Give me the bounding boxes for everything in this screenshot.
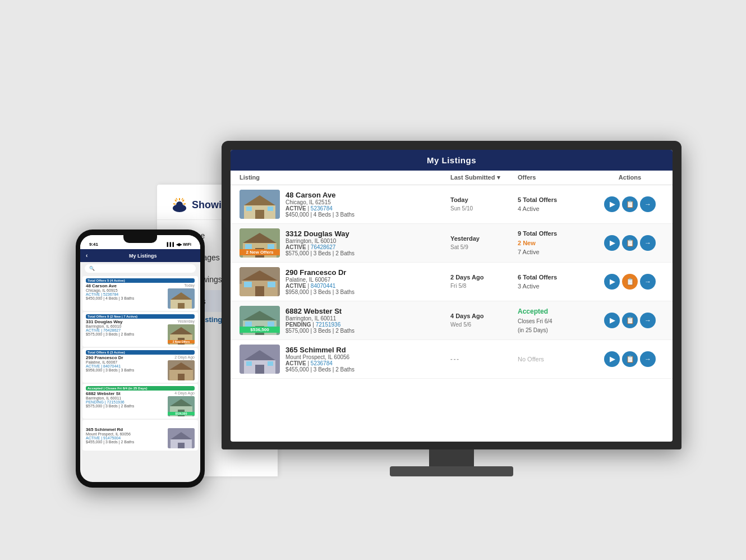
last-submitted-value: TodaySun 5/10 — [450, 196, 518, 213]
phone-city: Palatine, IL 60067 — [86, 360, 165, 364]
listing-text: 290 Francesco Dr Palatine, IL 60067 ACTI… — [285, 268, 354, 295]
arrow-button[interactable]: → — [640, 274, 656, 290]
phone-search-bar: 🔍 — [85, 264, 196, 273]
arrow-button[interactable]: → — [640, 235, 656, 251]
listing-info: 290 Francesco Dr Palatine, IL 60067 ACTI… — [240, 267, 450, 296]
phone-screen-title: My Listings — [91, 253, 195, 259]
phone-address: 48 Carson Ave — [86, 283, 165, 288]
monitor-stand-base — [390, 466, 513, 476]
list-item[interactable]: Total Offers 6 (3 Active) 290 Francesco … — [82, 348, 198, 383]
action-buttons: ▶ 📋 → — [596, 274, 664, 290]
play-button[interactable]: ▶ — [604, 274, 620, 290]
last-submitted-value: 4 Days AgoWed 5/6 — [450, 312, 518, 329]
listing-city: Barrington, IL 60011 — [285, 315, 354, 322]
svg-rect-19 — [245, 244, 252, 249]
col-header-last-submitted[interactable]: Last Submitted ▾ — [450, 174, 518, 181]
search-icon: 🔍 — [89, 266, 95, 271]
svg-rect-24 — [255, 286, 264, 296]
listing-text: 48 Carson Ave Chicago, IL 62515 ACTIVE |… — [285, 191, 354, 218]
scene: ShowingTime ⊞ Home > ✉ Messages > — [65, 50, 681, 510]
svg-rect-33 — [268, 322, 274, 327]
listing-text: 365 Schimmel Rd Mount Prospect, IL 60056… — [285, 346, 354, 373]
listing-status-line: ACTIVE | 84070441 — [285, 283, 354, 289]
listing-info: 365 Schimmel Rd Mount Prospect, IL 60056… — [240, 345, 450, 374]
offers-value: No Offers — [518, 355, 596, 364]
listing-thumbnail — [240, 267, 280, 296]
phone-price: $575,000 | 3 Beds | 2 Baths — [86, 404, 165, 408]
listing-text: 3312 Douglas Way Barrington, IL 60010 AC… — [285, 229, 354, 256]
clipboard-button[interactable]: 📋 — [622, 235, 638, 251]
listing-info: 48 Carson Ave Chicago, IL 62515 ACTIVE |… — [240, 190, 450, 219]
svg-rect-37 — [255, 365, 264, 374]
svg-line-5 — [175, 200, 177, 201]
svg-rect-12 — [255, 210, 264, 219]
svg-rect-32 — [245, 322, 252, 327]
phone-item-info: 331 Douglas Way Barrington, IL 60010 ACT… — [86, 319, 165, 336]
list-item[interactable]: Total Offers 9 (2 New | 7 Active) 331 Do… — [82, 312, 198, 347]
listing-info: 2 New Offers 3312 Douglas Way Barrington… — [240, 228, 450, 258]
table-row: 2 New Offers 3312 Douglas Way Barrington… — [231, 224, 673, 263]
listing-status-line: PENDING | 72151936 — [285, 322, 354, 328]
offers-value: 5 Total Offers 4 Active — [518, 195, 596, 214]
listing-text: 6882 Webster St Barrington, IL 60011 PEN… — [285, 307, 354, 334]
offers-value: Accepted Closes Fri 6/4 (in 25 Days) — [518, 306, 596, 335]
svg-rect-14 — [268, 206, 273, 211]
listing-address: 3312 Douglas Way — [285, 229, 354, 238]
phone-mls: ACTIVE | 84070441 — [86, 364, 165, 368]
svg-rect-43 — [178, 303, 185, 309]
listing-price-beds: $455,000 | 3 Beds | 2 Baths — [285, 366, 354, 373]
offers-value: 9 Total Offers 2 New 7 Active — [518, 229, 596, 257]
phone-item-info: 290 Francesco Dr Palatine, IL 60067 ACTI… — [86, 355, 165, 372]
svg-rect-20 — [268, 244, 274, 249]
phone-city: Chicago, IL 60915 — [86, 288, 165, 292]
arrow-button[interactable]: → — [640, 351, 656, 367]
phone-time: 9:41 — [89, 242, 98, 247]
phone-item-thumbnail — [168, 360, 195, 380]
phone-back-button[interactable]: ‹ — [86, 253, 88, 259]
phone-city: Mount Prospect, IL 60056 — [86, 432, 165, 436]
phone-address: 365 Schimmel Rd — [86, 427, 165, 432]
clipboard-button[interactable]: 📋 — [622, 351, 638, 367]
action-buttons: ▶ 📋 → — [596, 196, 664, 212]
play-button[interactable]: ▶ — [604, 235, 620, 251]
play-button[interactable]: ▶ — [604, 313, 620, 328]
svg-rect-27 — [240, 284, 244, 296]
phone-item-thumbnail: $536,500 — [168, 396, 195, 416]
col-header-offers: Offers — [518, 174, 596, 181]
svg-line-7 — [176, 198, 177, 200]
svg-rect-59 — [178, 443, 185, 448]
svg-point-1 — [176, 201, 183, 208]
play-button[interactable]: ▶ — [604, 196, 620, 212]
listing-info: $536,500 6882 Webster St Barrington, IL … — [240, 306, 450, 335]
phone-mls: ACTIVE | 5236784 — [86, 292, 165, 296]
table-row: $536,500 6882 Webster St Barrington, IL … — [231, 301, 673, 340]
phone-screen: 9:41 ▌▌▌ ◀▶ WiFi ‹ My Listings 🔍 — [80, 235, 200, 482]
house-image — [240, 345, 280, 374]
logo-icon — [168, 196, 191, 214]
list-item[interactable]: Total Offers 5 (4 Active) 48 Carson Ave … — [82, 276, 198, 311]
phone-price: $575,000 | 3 Beds | 2 Baths — [86, 332, 165, 336]
arrow-button[interactable]: → — [640, 196, 656, 212]
phone-bezel: 9:41 ▌▌▌ ◀▶ WiFi ‹ My Listings 🔍 — [76, 229, 205, 488]
monitor-bezel: My Listings Listing Last Submitted ▾ Off… — [222, 141, 681, 449]
clipboard-button[interactable]: 📋 — [622, 274, 638, 290]
monitor-stand-neck — [429, 449, 474, 466]
listing-price-beds: $575,000 | 3 Beds | 2 Baths — [285, 250, 354, 256]
play-button[interactable]: ▶ — [604, 351, 620, 367]
list-item[interactable]: 365 Schimmel Rd Mount Prospect, IL 60056… — [82, 420, 198, 451]
listing-thumbnail — [240, 345, 280, 374]
phone-item-date: Today — [184, 283, 195, 287]
svg-line-3 — [183, 200, 185, 201]
clipboard-button[interactable]: 📋 — [622, 196, 638, 212]
arrow-button[interactable]: → — [640, 313, 656, 328]
list-item[interactable]: Accepted | Closes Fri 6/4 (in 25 Days) 6… — [82, 384, 198, 419]
house-image — [240, 267, 280, 296]
clipboard-button[interactable]: 📋 — [622, 313, 638, 328]
phone-item-badge: Total Offers 6 (3 Active) — [86, 350, 195, 355]
phone-item-badge: Accepted | Closes Fri 6/4 (in 25 Days) — [86, 386, 195, 391]
monitor: My Listings Listing Last Submitted ▾ Off… — [222, 141, 681, 476]
phone-mls: ACTIVE | 76428627 — [86, 328, 165, 332]
phone-nav-bar: ‹ My Listings — [80, 249, 200, 262]
listing-price-beds: $450,000 | 4 Beds | 3 Baths — [285, 212, 354, 218]
phone-address: 6882 Webster St — [86, 391, 165, 396]
